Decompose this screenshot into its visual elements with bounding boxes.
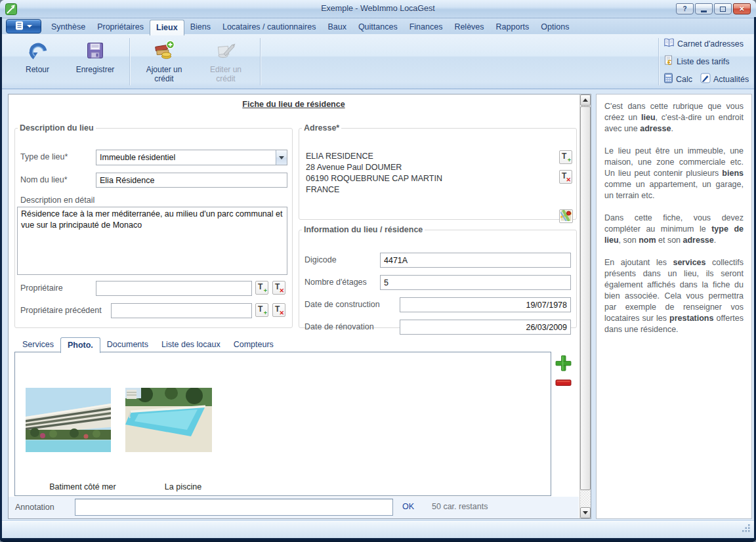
date-construction-input[interactable] — [400, 297, 571, 312]
description-du-lieu-group: Description du lieu Type de lieu* Immeub… — [14, 123, 293, 328]
type-de-lieu-value: Immeuble résidentiel — [96, 153, 276, 162]
ajouter-credit-button[interactable]: Ajouter un crédit — [136, 36, 192, 84]
form-title: Fiche du lieu de résidence — [8, 100, 579, 109]
tab-finances[interactable]: Finances — [404, 18, 449, 34]
photo-piscine[interactable] — [125, 388, 212, 452]
tab-compteurs[interactable]: Compteurs — [227, 337, 280, 352]
triangle-down-icon — [583, 511, 588, 514]
news-pen-icon — [700, 73, 711, 85]
proprietaire-precedent-input[interactable] — [111, 303, 252, 318]
tab-options[interactable]: Options — [535, 18, 575, 34]
help-paragraph: En ajoutant les services collectifs prés… — [604, 257, 744, 335]
triangle-up-icon — [583, 98, 588, 102]
close-icon: ✕ — [739, 5, 744, 12]
description-detail-textarea[interactable]: Résidence face à la mer méditerranée, au… — [17, 207, 287, 275]
menu-tabs: Synthèse Propriétaires Lieux Biens Locat… — [45, 18, 575, 34]
date-renovation-input[interactable] — [400, 320, 571, 335]
nombre-etages-input[interactable] — [380, 275, 571, 290]
adresse-assign-button[interactable]: T+ — [559, 150, 572, 164]
tab-locataires-cautionnaires[interactable]: Locataires / cautionnaires — [217, 18, 322, 34]
actualites-button[interactable]: Actualités — [700, 73, 749, 85]
svg-text:€: € — [667, 58, 671, 66]
proprietaire-assign-button[interactable]: T+ — [255, 281, 268, 295]
tab-biens[interactable]: Biens — [184, 18, 217, 34]
annotation-row: Annotation OK 50 car. restants — [9, 497, 579, 518]
tab-documents[interactable]: Documents — [100, 337, 155, 352]
ribbon-toolbar: Retour Enregistrer Ajouter un crédit Edi… — [2, 34, 754, 89]
annotation-ok-button[interactable]: OK — [402, 502, 414, 511]
menu-list-icon — [15, 21, 24, 32]
type-de-lieu-label: Type de lieu* — [20, 152, 68, 161]
scroll-up-button[interactable] — [580, 94, 591, 106]
carnet-adresses-button[interactable]: Carnet d'adresses — [663, 37, 744, 50]
nom-du-lieu-label: Nom du lieu* — [20, 175, 68, 184]
adresse-group: Adresse* ELIA RESIDENCE 28 Avenue Paul D… — [299, 123, 577, 220]
help-paragraph: C'est dans cette rubrique que vous créez… — [604, 101, 744, 135]
enregistrer-button[interactable]: Enregistrer — [68, 36, 123, 75]
maximize-button[interactable] — [714, 3, 732, 14]
digicode-input[interactable] — [380, 253, 571, 268]
resize-grip[interactable] — [742, 524, 751, 535]
add-photo-button[interactable] — [555, 354, 572, 374]
editer-credit-button[interactable]: Editer un crédit — [198, 36, 253, 84]
toolbar-separator — [129, 38, 130, 85]
type-de-lieu-select[interactable]: Immeuble résidentiel — [96, 150, 287, 165]
tab-lieux[interactable]: Lieux — [150, 20, 184, 35]
scrollbar-thumb[interactable] — [580, 106, 591, 490]
tab-services[interactable]: Services — [16, 337, 60, 352]
proprietaire-remove-button[interactable]: T✕ — [272, 281, 285, 295]
tab-synthese[interactable]: Synthèse — [45, 18, 91, 34]
adresse-legend: Adresse* — [302, 123, 341, 133]
tab-liste-des-locaux[interactable]: Liste des locaux — [155, 337, 227, 352]
description-du-lieu-legend: Description du lieu — [18, 123, 96, 133]
application-menu-button[interactable] — [6, 19, 41, 33]
retour-button[interactable]: Retour — [14, 36, 61, 75]
question-icon: ? — [682, 5, 686, 12]
map-pin-icon — [560, 213, 572, 223]
tab-releves[interactable]: Relèves — [448, 18, 490, 34]
proprietaire-precedent-label: Propriétaire précédent — [20, 306, 102, 315]
calc-button[interactable]: Calc — [663, 73, 692, 85]
close-button[interactable]: ✕ — [733, 3, 751, 14]
proprietaire-input[interactable] — [96, 281, 252, 296]
price-list-icon: € — [663, 55, 674, 68]
photo-batiment[interactable] — [26, 388, 111, 452]
adresse-remove-button[interactable]: T✕ — [559, 170, 572, 184]
help-button[interactable]: ? — [676, 3, 694, 14]
information-lieu-legend: Information du lieu / résidence — [302, 225, 425, 234]
proprietaire-label: Propriétaire — [20, 283, 63, 293]
photo-caption: Batiment côté mer — [33, 482, 132, 491]
adresse-line: 06190 ROQUEBRUNE CAP MARTIN — [306, 173, 442, 184]
liste-tarifs-button[interactable]: € Liste des tarifs — [663, 55, 730, 68]
map-button[interactable] — [559, 209, 573, 223]
minimize-button[interactable] — [695, 3, 713, 14]
window-controls: ? ✕ — [676, 3, 751, 14]
minus-icon — [555, 379, 572, 388]
tab-baux[interactable]: Baux — [322, 18, 352, 34]
proprietaire-precedent-remove-button[interactable]: T✕ — [272, 303, 285, 317]
annotation-input[interactable] — [75, 499, 393, 516]
adresse-line: FRANCE — [306, 184, 442, 196]
floppy-disk-icon — [85, 40, 106, 63]
tab-rapports[interactable]: Rapports — [490, 18, 536, 34]
tab-photo[interactable]: Photo. — [60, 337, 100, 353]
tab-quittances[interactable]: Quittances — [352, 18, 404, 34]
undo-arrow-icon — [27, 40, 48, 63]
nom-du-lieu-input[interactable] — [96, 173, 287, 188]
proprietaire-precedent-assign-button[interactable]: T+ — [255, 303, 268, 317]
chevron-down-icon[interactable] — [276, 150, 287, 165]
remove-photo-button[interactable] — [555, 379, 572, 388]
digicode-label: Digicode — [304, 255, 337, 264]
toolbar-separator — [658, 38, 659, 85]
form-scrollbar[interactable] — [579, 94, 591, 518]
tab-proprietaires[interactable]: Propriétaires — [91, 18, 150, 34]
help-paragraph: Dans cette fiche, vous devez compléter a… — [604, 213, 744, 246]
date-construction-label: Date de construction — [304, 300, 380, 309]
help-sidebar: C'est dans cette rubrique que vous créez… — [596, 94, 752, 519]
scroll-down-button[interactable] — [580, 507, 591, 518]
minimize-icon — [701, 10, 707, 12]
window-title: Exemple - WebImmo LocaGest — [0, 4, 756, 13]
date-renovation-label: Date de rénovation — [304, 322, 374, 331]
contact-add-icon: T — [258, 282, 262, 291]
window-frame — [0, 17, 2, 542]
